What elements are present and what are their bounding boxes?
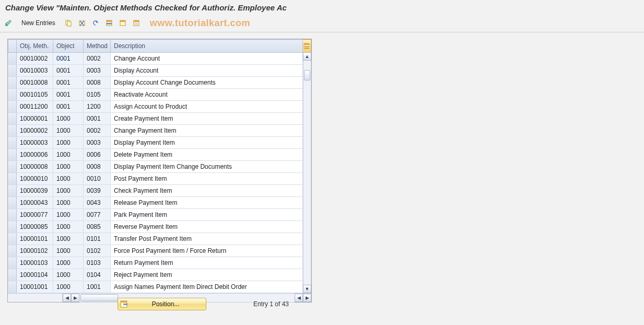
cell-method[interactable]: 0001 [84,113,111,125]
scroll-left-icon[interactable]: ◀ [63,294,71,302]
cell-description[interactable]: Assign Names Payment Item Direct Debit O… [111,281,303,293]
cell-description[interactable]: Reverse Payment Item [111,221,303,233]
cell-objmeth[interactable]: 10000102 [17,245,53,257]
vertical-scrollbar[interactable]: ▲ ▼ [303,52,311,293]
table-row[interactable]: 1000010210000102Force Post Payment Item … [8,245,311,257]
cell-method[interactable]: 0077 [84,209,111,221]
cell-method[interactable]: 0102 [84,245,111,257]
scroll-right-icon[interactable]: ▶ [71,294,79,302]
scroll-down-icon[interactable]: ▼ [303,285,311,293]
table-row[interactable]: 1000004310000043Release Payment Item [8,197,311,209]
cell-object[interactable]: 1000 [53,209,84,221]
cell-object[interactable]: 1000 [53,137,84,149]
table-row[interactable]: 1000100110001001Assign Names Payment Ite… [8,281,311,293]
table-config-icon[interactable] [303,40,311,53]
cell-objmeth[interactable]: 00010008 [17,77,53,89]
cell-objmeth[interactable]: 10000043 [17,197,53,209]
vscroll-thumb[interactable] [304,70,310,80]
row-selector[interactable] [8,149,17,161]
cell-object[interactable]: 0001 [53,53,84,65]
cell-method[interactable]: 0101 [84,233,111,245]
cell-method[interactable]: 0003 [84,137,111,149]
row-selector[interactable] [8,257,17,269]
cell-description[interactable]: Display Payment Item Change Documents [111,161,303,173]
cell-description[interactable]: Assign Account to Product [111,101,303,113]
table-row[interactable]: 1000010310000103Return Payment Item [8,257,311,269]
cell-description[interactable]: Delete Payment Item [111,149,303,161]
cell-object[interactable]: 1000 [53,149,84,161]
table-row[interactable]: 1000001010000010Post Payment Item [8,173,311,185]
cell-objmeth[interactable]: 10000002 [17,125,53,137]
table-row[interactable]: 1000000810000008Display Payment Item Cha… [8,161,311,173]
col-objmeth-header[interactable]: Obj. Meth. [17,40,53,53]
row-selector[interactable] [8,101,17,113]
cell-method[interactable]: 0002 [84,53,111,65]
table-row[interactable]: 0001010500010105Reactivate Account [8,89,311,101]
cell-objmeth[interactable]: 10000010 [17,173,53,185]
cell-objmeth[interactable]: 00011200 [17,101,53,113]
table-row[interactable]: 0001000800010008Display Account Change D… [8,77,311,89]
table-row[interactable]: 0001000300010003Display Account [8,65,311,77]
cell-object[interactable]: 1000 [53,113,84,125]
col-object-header[interactable]: Object [53,40,84,53]
deselect-all-icon[interactable] [131,18,142,28]
table-row[interactable]: 1000007710000077Park Payment Item [8,209,311,221]
cell-objmeth[interactable]: 10000101 [17,233,53,245]
cell-object[interactable]: 1000 [53,221,84,233]
scroll-right-end-icon[interactable]: ▶ [303,294,311,302]
cell-method[interactable]: 0103 [84,257,111,269]
cell-object[interactable]: 1000 [53,125,84,137]
table-row[interactable]: 1000000210000002Change Payment Item [8,125,311,137]
cell-method[interactable]: 0002 [84,125,111,137]
cell-description[interactable]: Check Payment Item [111,185,303,197]
table-row[interactable]: 0001000200010002Change Account [8,53,311,65]
cell-method[interactable]: 0085 [84,221,111,233]
cell-method[interactable]: 0008 [84,161,111,173]
cell-object[interactable]: 1000 [53,269,84,281]
row-selector[interactable] [8,89,17,101]
new-entries-button[interactable]: New Entries [17,17,60,29]
cell-method[interactable]: 0043 [84,197,111,209]
table-row[interactable]: 1000000110000001Create Payment Item [8,113,311,125]
cell-objmeth[interactable]: 00010003 [17,65,53,77]
row-selector[interactable] [8,245,17,257]
cell-objmeth[interactable]: 00010105 [17,89,53,101]
row-selector[interactable] [8,197,17,209]
cell-object[interactable]: 1000 [53,233,84,245]
cell-objmeth[interactable]: 10000104 [17,269,53,281]
table-row[interactable]: 1000010410000104Reject Payment Item [8,269,311,281]
cell-description[interactable]: Transfer Post Payment Item [111,233,303,245]
cell-object[interactable]: 1000 [53,245,84,257]
cell-object[interactable]: 1000 [53,281,84,293]
row-selector[interactable] [8,77,17,89]
cell-object[interactable]: 1000 [53,161,84,173]
row-selector[interactable] [8,113,17,125]
cell-description[interactable]: Park Payment Item [111,209,303,221]
cell-method[interactable]: 0010 [84,173,111,185]
cell-method[interactable]: 0003 [84,65,111,77]
cell-object[interactable]: 0001 [53,89,84,101]
scroll-left-end-icon[interactable]: ◀ [295,294,303,302]
cell-description[interactable]: Return Payment Item [111,257,303,269]
undo-icon[interactable] [90,18,101,28]
col-method-header[interactable]: Method [84,40,111,53]
cell-object[interactable]: 1000 [53,197,84,209]
vscroll-track[interactable] [303,61,311,285]
row-selector[interactable] [8,137,17,149]
cell-method[interactable]: 1001 [84,281,111,293]
cell-description[interactable]: Display Payment Item [111,137,303,149]
cell-method[interactable]: 0008 [84,77,111,89]
cell-method[interactable]: 0006 [84,149,111,161]
row-selector[interactable] [8,125,17,137]
cell-objmeth[interactable]: 10000003 [17,137,53,149]
hscroll-thumb[interactable] [80,294,118,301]
table-row[interactable]: 1000000610000006Delete Payment Item [8,149,311,161]
row-selector[interactable] [8,233,17,245]
table-row[interactable]: 0001120000011200Assign Account to Produc… [8,101,311,113]
cell-description[interactable]: Release Payment Item [111,197,303,209]
copy-icon[interactable] [63,18,74,28]
scroll-up-icon[interactable]: ▲ [303,52,311,61]
cell-method[interactable]: 0104 [84,269,111,281]
toggle-pencil-icon[interactable] [3,18,14,28]
cell-description[interactable]: Display Account [111,65,303,77]
